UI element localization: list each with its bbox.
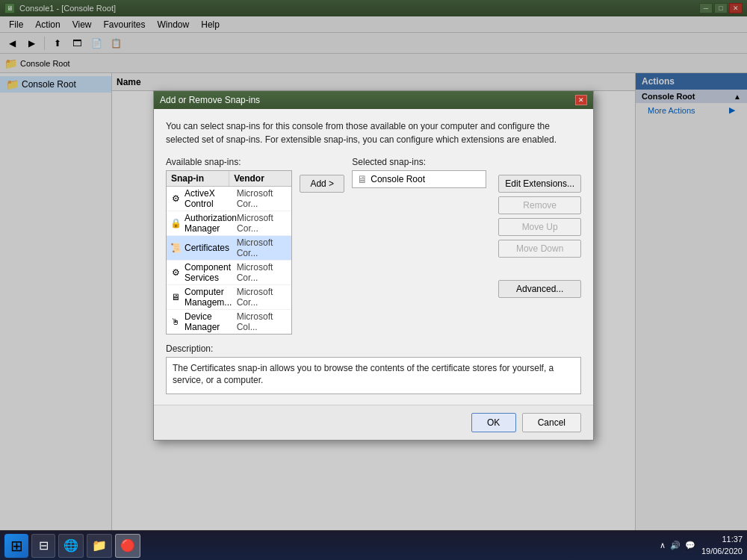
snapin-vendor: Microsoft Cor... — [237, 237, 289, 258]
dialog-footer: OK Cancel — [154, 405, 593, 440]
snapin-icon: ⚙ — [170, 267, 182, 279]
remove-button[interactable]: Remove — [498, 196, 581, 214]
dialog-title: Add or Remove Snap-ins — [160, 95, 260, 105]
snapin-vendor: Microsoft Cor... — [237, 188, 289, 209]
move-up-button[interactable]: Move Up — [498, 218, 581, 236]
edit-extensions-button[interactable]: Edit Extensions... — [498, 175, 581, 193]
header-snapin: Snap-in — [167, 171, 229, 186]
taskbar-app-browser[interactable]: 🌐 — [58, 534, 84, 558]
description-section: Description: The Certificates snap-in al… — [166, 343, 581, 394]
snapin-icon: 🖥 — [170, 291, 182, 303]
available-snapins-list[interactable]: Snap-in Vendor ⚙ ActiveX Control Microso… — [166, 170, 292, 335]
snapin-icon: 🖱 — [170, 316, 182, 328]
snapin-vendor: Microsoft Cor... — [237, 213, 288, 234]
tray-arrow-icon[interactable]: ∧ — [660, 541, 666, 550]
snapin-name: ActiveX Control — [185, 188, 237, 209]
add-button[interactable]: Add > — [300, 175, 344, 193]
move-down-button[interactable]: Move Down — [498, 240, 581, 258]
start-button[interactable]: ⊞ — [4, 534, 28, 558]
snapin-vendor: Microsoft Cor... — [237, 262, 289, 283]
selected-label: Selected snap-ins: — [352, 157, 486, 167]
selected-actions: Edit Extensions... Remove Move Up Move D… — [494, 157, 581, 298]
list-item[interactable]: 🔒 Authorization Manager Microsoft Cor... — [167, 211, 291, 236]
taskbar: ⊞ ⊟ 🌐 📁 🔴 ∧ 🔊 💬 11:37 19/06/2020 — [0, 530, 747, 560]
dialog-body: You can select snap-ins for this console… — [154, 109, 593, 405]
dialog-columns: Available snap-ins: Snap-in Vendor ⚙ Act… — [166, 157, 581, 335]
selected-item-icon: 🖥 — [357, 173, 368, 185]
snapin-name: Component Services — [185, 262, 237, 283]
snapin-icon: ⚙ — [170, 193, 182, 205]
list-item[interactable]: 🖥 Computer Managem... Microsoft Cor... — [167, 285, 291, 310]
list-item[interactable]: ⚙ ActiveX Control Microsoft Cor... — [167, 187, 291, 211]
list-item[interactable]: 🖥 Console Root — [353, 171, 486, 187]
description-label: Description: — [166, 343, 581, 354]
dialog-description: You can select snap-ins for this console… — [166, 119, 581, 146]
available-snapins-container: Available snap-ins: Snap-in Vendor ⚙ Act… — [166, 157, 292, 335]
date-display: 19/06/2020 — [701, 546, 743, 557]
add-button-column: Add > — [300, 157, 344, 193]
snapin-icon: 🔒 — [170, 217, 182, 229]
modal-overlay: Add or Remove Snap-ins ✕ You can select … — [0, 0, 747, 530]
available-label: Available snap-ins: — [166, 157, 292, 167]
snapin-icon: 📜 — [170, 242, 182, 254]
taskbar-app-console[interactable]: 🔴 — [115, 534, 140, 558]
description-box: The Certificates snap-in allows you to b… — [166, 357, 581, 394]
time-display: 11:37 — [701, 534, 743, 545]
snapin-vendor: Microsoft Col... — [237, 311, 289, 332]
list-item[interactable]: ⚙ Component Services Microsoft Cor... — [167, 261, 291, 285]
list-item[interactable]: 🖱 Device Manager Microsoft Col... — [167, 310, 291, 335]
selected-item-name: Console Root — [371, 174, 425, 184]
taskbar-app-search[interactable]: ⊟ — [31, 534, 55, 558]
ok-button[interactable]: OK — [471, 413, 516, 432]
snapin-vendor: Microsoft Cor... — [237, 287, 289, 308]
taskbar-app-explorer[interactable]: 📁 — [87, 534, 112, 558]
add-remove-snapins-dialog: Add or Remove Snap-ins ✕ You can select … — [153, 90, 594, 441]
snapin-list-header: Snap-in Vendor — [167, 171, 291, 187]
taskbar-right: ∧ 🔊 💬 11:37 19/06/2020 — [660, 534, 743, 557]
start-icon: ⊞ — [10, 537, 23, 555]
tray-message-icon[interactable]: 💬 — [685, 541, 695, 550]
snapin-name: Authorization Manager — [185, 213, 237, 234]
dialog-close-button[interactable]: ✕ — [575, 95, 587, 105]
tray-icons: ∧ 🔊 💬 — [660, 541, 695, 550]
dialog-title-controls: ✕ — [575, 95, 587, 105]
list-item[interactable]: 📜 Certificates Microsoft Cor... — [167, 236, 291, 261]
selected-snapins-list[interactable]: 🖥 Console Root — [352, 170, 486, 188]
selected-snapins-container: Selected snap-ins: 🖥 Console Root — [352, 157, 486, 188]
advanced-button[interactable]: Advanced... — [498, 280, 581, 298]
snapin-name: Computer Managem... — [185, 287, 237, 308]
snapin-name: Certificates — [185, 243, 237, 253]
cancel-button[interactable]: Cancel — [522, 413, 581, 432]
header-vendor: Vendor — [229, 171, 291, 186]
tray-volume-icon[interactable]: 🔊 — [670, 541, 681, 550]
snapin-name: Device Manager — [185, 311, 237, 332]
taskbar-clock[interactable]: 11:37 19/06/2020 — [701, 534, 743, 557]
dialog-title-bar: Add or Remove Snap-ins ✕ — [154, 91, 593, 109]
